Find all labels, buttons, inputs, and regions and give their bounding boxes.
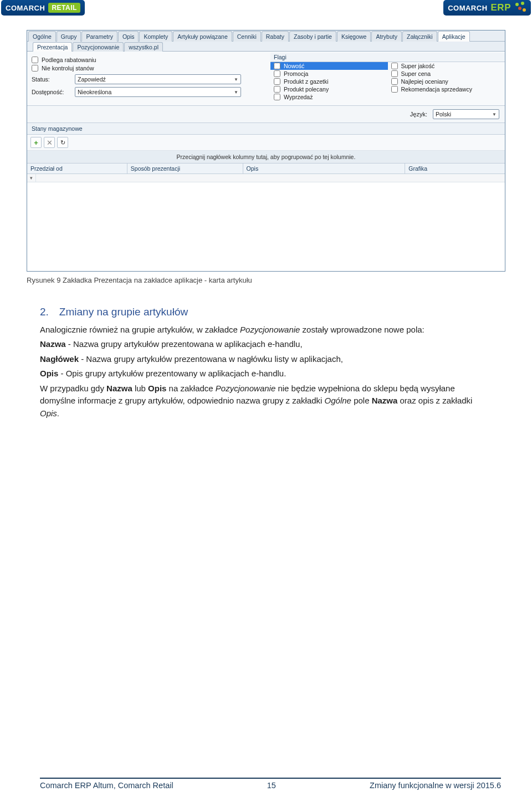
grid-body[interactable] xyxy=(27,182,505,271)
flags-col-2: Super jakość Super cena Najlepiej ocenia… xyxy=(388,62,505,101)
list-item-opis: Opis - Opis grupy artykułów prezentowany… xyxy=(40,367,492,380)
flags-col-1: Nowość Promocja Produkt z gazetki Produk… xyxy=(270,62,388,101)
footer-page-number: 15 xyxy=(267,781,276,790)
list-item-nazwa: Nazwa - Nazwa grupy artykułów prezentowa… xyxy=(40,338,492,351)
flag-super-cena[interactable]: Super cena xyxy=(388,70,505,78)
tab-grupy[interactable]: Grupy xyxy=(57,31,81,42)
list-item-naglowek: Nagłówek - Nazwa grupy artykułów prezent… xyxy=(40,353,492,366)
flag-promocja-label: Promocja xyxy=(284,70,308,77)
status-value: Zapowiedź xyxy=(78,76,106,83)
right-column: Flagi Nowość Promocja Produkt z gazetki … xyxy=(270,52,505,105)
flags-grid: Nowość Promocja Produkt z gazetki Produk… xyxy=(270,62,505,103)
tab-rabaty[interactable]: Rabaty xyxy=(262,31,289,42)
flag-super-cena-box[interactable] xyxy=(391,70,398,77)
chevron-down-icon: ▼ xyxy=(234,90,238,95)
flag-gazetka-box[interactable] xyxy=(274,78,280,85)
language-value: Polski xyxy=(436,111,451,118)
flag-super-jakosc[interactable]: Super jakość xyxy=(388,62,505,70)
tab-ogolne[interactable]: Ogólne xyxy=(28,31,56,42)
flag-gazetka-label: Produkt z gazetki xyxy=(284,78,329,85)
tab-cenniki[interactable]: Cenniki xyxy=(233,31,261,42)
checkbox-rabatowanie[interactable]: Podlega rabatowaniu xyxy=(32,57,266,63)
brand-bar: COMARCH RETAIL COMARCH ERP xyxy=(0,0,532,19)
subtab-pozycjonowanie[interactable]: Pozycjonowanie xyxy=(73,42,124,52)
flag-super-cena-label: Super cena xyxy=(401,70,431,77)
brand-left-main: COMARCH xyxy=(6,4,45,12)
brand-left-logo: COMARCH RETAIL xyxy=(1,0,85,16)
paragraph-note: W przypadku gdy Nazwa lub Opis na zakład… xyxy=(40,382,492,420)
chevron-down-icon: ▼ xyxy=(234,77,238,82)
grid-header: Przedział od Sposób prezentacji Opis Gra… xyxy=(27,164,505,174)
add-button[interactable]: + xyxy=(30,137,42,148)
tab-atrybuty[interactable]: Atrybuty xyxy=(371,31,402,42)
language-label: Język: xyxy=(410,111,427,118)
grid-group-hint: Przeciągnij nagłówek kolumny tutaj, aby … xyxy=(27,151,505,164)
flag-najlepiej-box[interactable] xyxy=(391,78,398,85)
left-column: Podlega rabatowaniu Nie kontroluj stanów… xyxy=(27,52,270,105)
flag-super-jakosc-label: Super jakość xyxy=(401,63,435,69)
grid-filter-row: ▾ xyxy=(27,174,505,182)
checkbox-stany-box[interactable] xyxy=(32,65,38,72)
brand-right-logo: COMARCH ERP xyxy=(443,0,531,16)
filter-icon[interactable]: ▾ xyxy=(27,174,36,182)
language-combo[interactable]: Polski ▼ xyxy=(433,109,499,119)
main-tabs: Ogólne Grupy Parametry Opis Komplety Art… xyxy=(27,30,505,42)
status-row: Status: Zapowiedź ▼ xyxy=(32,74,266,84)
status-combo[interactable]: Zapowiedź ▼ xyxy=(75,74,241,84)
flag-gazetka[interactable]: Produkt z gazetki xyxy=(270,78,388,85)
availability-row: Dostępność: Nieokreślona ▼ xyxy=(32,87,266,97)
flag-najlepiej[interactable]: Najlepiej oceniany xyxy=(388,78,505,85)
tab-ksiegowe[interactable]: Księgowe xyxy=(337,31,371,42)
footer-left: Comarch ERP Altum, Comarch Retail xyxy=(40,781,173,790)
availability-combo[interactable]: Nieokreślona ▼ xyxy=(75,87,241,97)
status-label: Status: xyxy=(32,76,75,83)
flag-promocja[interactable]: Promocja xyxy=(270,70,388,78)
document-body: 2. Zmiany na grupie artykułów Analogiczn… xyxy=(40,304,492,420)
tab-zasoby[interactable]: Zasoby i partie xyxy=(289,31,336,42)
tab-opis[interactable]: Opis xyxy=(118,31,139,42)
delete-button[interactable]: ✕ xyxy=(44,137,55,148)
flag-super-jakosc-box[interactable] xyxy=(391,63,398,69)
language-row: Język: Polski ▼ xyxy=(27,105,505,123)
tab-aplikacje[interactable]: Aplikacje xyxy=(438,31,470,42)
flag-wyprzedaz-label: Wyprzedaż xyxy=(284,94,313,100)
figure-caption: Rysunek 9 Zakładka Prezentacja na zakład… xyxy=(27,276,532,284)
tab-zalaczniki[interactable]: Załączniki xyxy=(402,31,437,42)
subtab-prezentacja[interactable]: Prezentacja xyxy=(33,42,72,52)
checkbox-rabatowanie-label: Podlega rabatowaniu xyxy=(42,57,96,63)
availability-value: Nieokreślona xyxy=(78,89,111,95)
flag-polecany-box[interactable] xyxy=(274,86,280,93)
flag-promocja-box[interactable] xyxy=(274,70,280,77)
flag-rekomendacja-box[interactable] xyxy=(391,86,398,93)
flag-polecany[interactable]: Produkt polecany xyxy=(270,85,388,93)
checkbox-stany[interactable]: Nie kontroluj stanów xyxy=(32,65,266,72)
stock-section-title: Stany magazynowe xyxy=(27,123,505,135)
col-sposob[interactable]: Sposób prezentacji xyxy=(127,164,243,173)
brand-right-accent: ERP xyxy=(491,2,511,13)
stock-toolbar: + ✕ ↻ xyxy=(27,135,505,151)
checkbox-rabatowanie-box[interactable] xyxy=(32,57,38,63)
flag-polecany-label: Produkt polecany xyxy=(284,86,329,93)
footer-right: Zmiany funkcjonalne w wersji 2015.6 xyxy=(370,781,501,790)
tab-parametry[interactable]: Parametry xyxy=(81,31,117,42)
col-opis[interactable]: Opis xyxy=(243,164,406,173)
tab-artykuly-powiazane[interactable]: Artykuły powiązane xyxy=(173,31,232,42)
flag-najlepiej-label: Najlepiej oceniany xyxy=(401,78,448,85)
col-grafika[interactable]: Grafika xyxy=(405,164,505,173)
brand-left-accent: RETAIL xyxy=(48,3,80,13)
flag-nowosc[interactable]: Nowość xyxy=(270,62,388,70)
page-footer: Comarch ERP Altum, Comarch Retail 15 Zmi… xyxy=(40,778,501,790)
flag-wyprzedaz-box[interactable] xyxy=(274,94,280,100)
refresh-button[interactable]: ↻ xyxy=(57,137,68,148)
flag-rekomendacja[interactable]: Rekomendacja sprzedawcy xyxy=(388,85,505,93)
paragraph-intro: Analogicznie również na grupie artykułów… xyxy=(40,324,492,336)
col-przedzial[interactable]: Przedział od xyxy=(27,164,127,173)
erp-dots-icon xyxy=(514,2,526,14)
flag-nowosc-box[interactable] xyxy=(274,63,280,69)
tab-komplety[interactable]: Komplety xyxy=(139,31,172,42)
availability-label: Dostępność: xyxy=(32,89,75,95)
flag-wyprzedaz[interactable]: Wyprzedaż xyxy=(270,93,388,101)
flag-rekomendacja-label: Rekomendacja sprzedawcy xyxy=(401,86,472,93)
app-window: Ogólne Grupy Parametry Opis Komplety Art… xyxy=(27,30,505,272)
subtab-wszystko[interactable]: wszystko.pl xyxy=(124,42,163,52)
